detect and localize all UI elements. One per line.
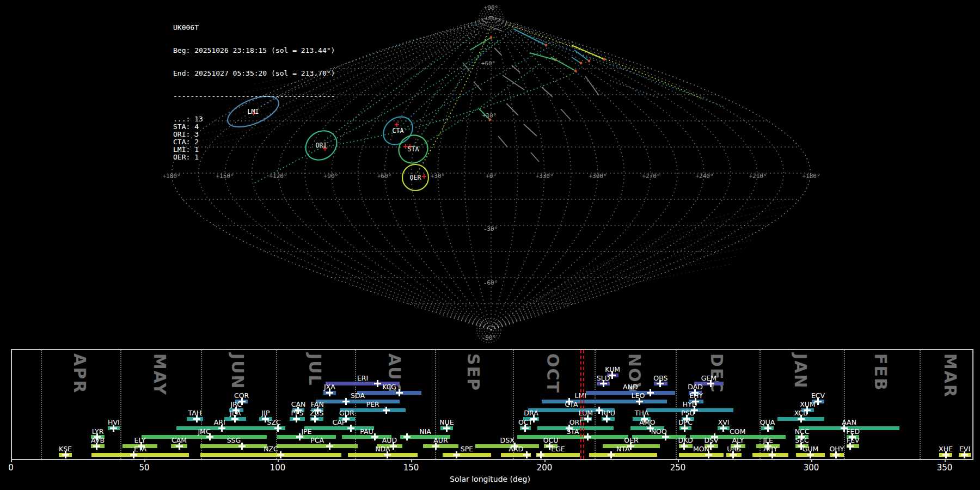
shower-label-cap: CAP (333, 418, 346, 426)
peak-marker (835, 451, 837, 458)
meteor-begin-dot (490, 36, 493, 39)
peak-marker (280, 451, 281, 458)
peak-marker (446, 425, 448, 432)
peak-marker (113, 425, 114, 432)
peak-marker (234, 415, 236, 422)
shower-bar-jmc (142, 435, 267, 439)
peak-marker (393, 443, 394, 450)
peak-marker (314, 415, 316, 422)
peak-marker (630, 443, 632, 450)
shower-bar-dsx (475, 444, 539, 448)
peak-marker (843, 425, 845, 432)
shower-label-gem: GEM (701, 374, 716, 382)
month-label-jul: JUL (305, 353, 324, 387)
shower-bar-kcg (357, 391, 421, 395)
lon-label: +270° (642, 173, 660, 180)
pole-rings (487, 328, 491, 333)
shower-label-kcg: KCG (382, 383, 396, 391)
meteor-segment (470, 38, 491, 50)
shower-label-ahy: AHY (763, 445, 777, 453)
shower-label-eri: ERI (357, 374, 368, 382)
peak-marker (209, 433, 211, 440)
peak-marker (849, 443, 851, 450)
lon-label: +240° (695, 173, 713, 180)
grid-secondary (489, 223, 770, 329)
x-tick-label: 200 (537, 463, 553, 473)
shower-counts: ...: 13STA: 4ORI: 3CTA: 2LMI: 1OER: 1 (173, 115, 335, 161)
peak-marker (524, 425, 526, 432)
month-gridline (595, 350, 596, 459)
month-gridline (759, 350, 761, 459)
peak-marker (196, 415, 198, 422)
month-gridline (41, 350, 42, 459)
meteor-begin-dot (603, 58, 606, 61)
peak-marker (659, 380, 661, 387)
lon-label: +180° (802, 173, 820, 180)
shower-label-rpu: RPU (601, 409, 615, 417)
sky-map: LMIORICTASTAOER+180°+150°+120°+90°+60°+3… (0, 0, 980, 348)
shower-label-ocu: OCU (543, 436, 559, 444)
x-tick-label: 150 (403, 463, 419, 473)
shower-label-sta: STA (566, 427, 579, 436)
peak-marker (435, 443, 437, 450)
activity-chart: APRMAYJUNJULAUGSEPOCTNOVDECJANFEBMARKUME… (11, 349, 973, 460)
peak-marker (350, 425, 352, 432)
current-sol-line (583, 350, 584, 459)
shower-label-nzc: NZC (264, 445, 278, 453)
shower-label-pca: PCA (310, 436, 324, 444)
shower-label-amo: AMO (639, 418, 655, 426)
grid-secondary (489, 199, 793, 329)
peak-marker (540, 451, 542, 458)
shower-label-ssg: SSG (227, 436, 241, 444)
x-tick (11, 459, 12, 462)
shower-label-tha: THA (635, 409, 649, 417)
peak-marker (598, 407, 600, 414)
peak-marker (732, 451, 734, 458)
lon-label: +0° (486, 173, 497, 180)
peak-marker (611, 372, 613, 379)
observation-begin: Beg: 20251026 23:18:15 (sol = 213.44°) (173, 47, 335, 54)
shower-label-nta: NTA (616, 445, 630, 453)
month-gridline (355, 350, 356, 459)
x-tick (945, 459, 946, 462)
month-gridline (676, 350, 677, 459)
shower-label-ege: EGE (551, 445, 565, 453)
shower-bar-aur (423, 444, 458, 448)
shower-bar-nzc (200, 453, 341, 457)
sporadic-meteor (506, 103, 518, 115)
lon-label: +60° (377, 173, 392, 180)
meteor-trail-dotted (414, 37, 494, 146)
peak-marker (299, 433, 301, 440)
radiant-label-CTA: CTA (393, 127, 404, 134)
sporadic-meteor (492, 27, 502, 31)
radiant-label-STA: STA (408, 145, 419, 153)
peak-marker (945, 451, 947, 458)
peak-marker (684, 425, 685, 432)
month-gridline (201, 350, 202, 459)
peak-marker (708, 451, 709, 458)
sporadic-meteor (531, 152, 539, 162)
shower-label-szc: SZC (267, 418, 281, 426)
x-tick-label: 50 (139, 463, 149, 473)
peak-marker (533, 415, 535, 422)
x-axis-title: Solar longitude (deg) (450, 475, 530, 483)
x-tick (678, 459, 679, 462)
peak-marker (964, 451, 965, 458)
peak-marker (374, 433, 376, 440)
peak-marker (767, 425, 769, 432)
shower-label-fev: FEV (847, 436, 860, 444)
grid-meridian (491, 16, 571, 330)
month-gridline (120, 350, 121, 459)
shower-label-dkd: DKD (678, 436, 693, 444)
lat-label: -30° (483, 225, 498, 232)
lat-label: +30° (482, 112, 497, 119)
shower-label-aud: AUD (382, 436, 397, 444)
shower-label-leo: LEO (632, 391, 645, 400)
shower-label-cta: CTA (565, 400, 578, 408)
shower-bar-nda (348, 453, 418, 457)
shower-label-sda: SDA (351, 391, 365, 400)
shower-label-com: COM (730, 427, 745, 436)
count-line: OER: 1 (173, 154, 335, 161)
peak-marker (399, 389, 400, 396)
sporadic-meteor (561, 109, 571, 120)
